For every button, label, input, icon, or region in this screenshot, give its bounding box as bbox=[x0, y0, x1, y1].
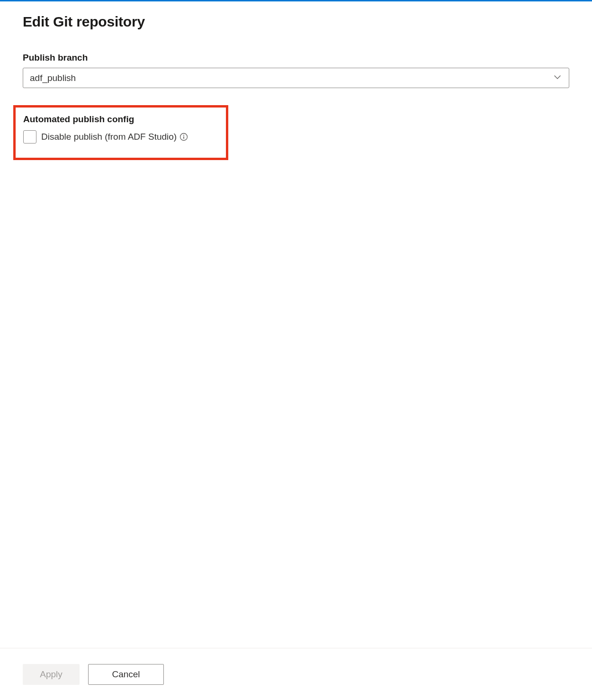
disable-publish-label-text: Disable publish (from ADF Studio) bbox=[41, 132, 177, 142]
automated-publish-section-label: Automated publish config bbox=[23, 114, 188, 125]
edit-git-repo-panel: Edit Git repository Publish branch adf_p… bbox=[0, 1, 592, 648]
publish-branch-field: Publish branch adf_publish bbox=[23, 53, 569, 88]
chevron-down-icon bbox=[554, 73, 561, 83]
cancel-button[interactable]: Cancel bbox=[88, 664, 164, 685]
footer: Apply Cancel bbox=[0, 648, 592, 700]
disable-publish-row: Disable publish (from ADF Studio) bbox=[23, 130, 188, 144]
disable-publish-label: Disable publish (from ADF Studio) bbox=[41, 132, 188, 142]
info-icon[interactable] bbox=[179, 133, 188, 141]
publish-branch-dropdown[interactable]: adf_publish bbox=[23, 68, 569, 88]
page-title: Edit Git repository bbox=[23, 14, 569, 30]
publish-branch-label: Publish branch bbox=[23, 53, 569, 63]
automated-publish-highlight: Automated publish config Disable publish… bbox=[13, 105, 228, 160]
disable-publish-checkbox[interactable] bbox=[23, 130, 36, 144]
svg-point-1 bbox=[183, 135, 184, 136]
svg-rect-2 bbox=[183, 136, 184, 139]
apply-button[interactable]: Apply bbox=[23, 664, 80, 685]
publish-branch-value: adf_publish bbox=[30, 73, 550, 83]
